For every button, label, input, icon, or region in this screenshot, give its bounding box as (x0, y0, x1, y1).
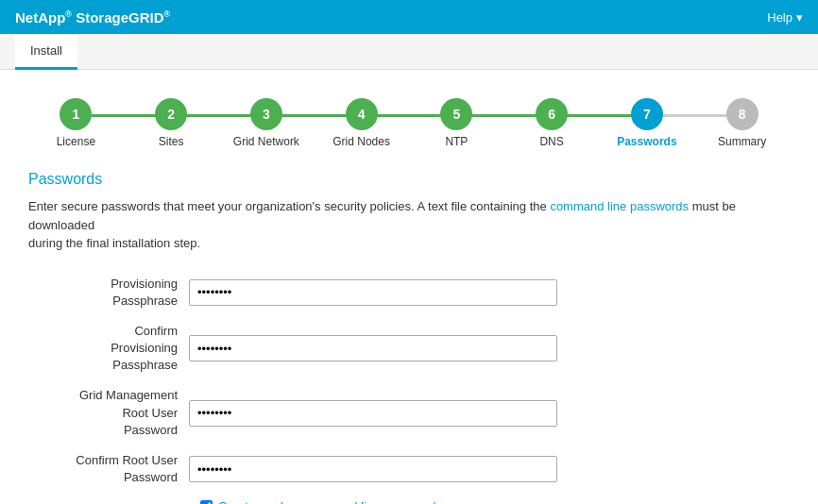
input-provisioning-passphrase[interactable] (189, 279, 557, 306)
wizard-step-6[interactable]: 6DNS (504, 98, 600, 148)
page-description: Enter secure passwords that meet your or… (28, 197, 790, 253)
random-passwords-checkbox[interactable] (200, 500, 213, 504)
field-grid-management-root-password (189, 400, 557, 427)
step-circle-7: 7 (631, 98, 663, 130)
description-text-1: Enter secure passwords that meet your or… (28, 199, 550, 213)
field-confirm-provisioning-passphrase (189, 335, 557, 361)
field-confirm-root-user-password (189, 456, 557, 482)
step-circle-3: 3 (250, 98, 282, 130)
wizard-step-2[interactable]: 2Sites (124, 98, 219, 148)
help-label: Help (767, 10, 792, 25)
label-confirm-root-user-password: Confirm Root UserPassword (28, 452, 189, 486)
random-passwords-label: Create random command line passwords. (218, 499, 446, 504)
label-provisioning-passphrase: ProvisioningPassphrase (28, 276, 189, 310)
description-text-3: during the final installation step. (28, 236, 200, 250)
step-label-4: Grid Nodes (332, 135, 390, 148)
app-header: NetApp® StorageGRID® Help ▾ (0, 0, 818, 34)
form-row-confirm-root-user-password: Confirm Root UserPassword (28, 452, 790, 486)
step-label-2: Sites (159, 135, 184, 148)
input-confirm-provisioning-passphrase[interactable] (189, 335, 557, 361)
wizard-step-7[interactable]: 7Passwords (600, 98, 695, 148)
step-circle-2: 2 (155, 98, 187, 130)
random-passwords-row: Create random command line passwords. (200, 499, 790, 504)
app-title: NetApp® StorageGRID® (15, 9, 170, 25)
step-circle-5: 5 (440, 98, 472, 130)
main-content: 1License2Sites3Grid Network4Grid Nodes5N… (0, 70, 818, 504)
tab-bar: Install (0, 34, 818, 70)
label-grid-management-root-password: Grid ManagementRoot UserPassword (28, 387, 189, 439)
form-row-grid-management-root-password: Grid ManagementRoot UserPassword (28, 387, 790, 439)
step-circle-6: 6 (536, 98, 568, 130)
help-button[interactable]: Help ▾ (767, 10, 803, 25)
form-row-confirm-provisioning-passphrase: ConfirmProvisioningPassphrase (28, 323, 790, 375)
step-label-8: Summary (718, 135, 766, 148)
section-title: Passwords (28, 171, 790, 188)
field-provisioning-passphrase (189, 279, 557, 306)
step-label-3: Grid Network (233, 135, 299, 148)
wizard-step-8[interactable]: 8Summary (694, 98, 790, 148)
wizard-steps: 1License2Sites3Grid Network4Grid Nodes5N… (28, 98, 790, 148)
step-circle-4: 4 (346, 98, 378, 130)
step-circle-8: 8 (726, 98, 758, 130)
label-confirm-provisioning-passphrase: ConfirmProvisioningPassphrase (28, 323, 189, 375)
wizard-step-3[interactable]: 3Grid Network (219, 98, 315, 148)
tab-install[interactable]: Install (15, 34, 77, 70)
command-line-passwords-link[interactable]: command line passwords (550, 199, 689, 213)
step-label-1: License (57, 135, 95, 148)
step-label-7: Passwords (617, 135, 676, 148)
wizard-step-4[interactable]: 4Grid Nodes (314, 98, 409, 148)
wizard-step-1[interactable]: 1License (28, 98, 124, 148)
input-confirm-root-user-password[interactable] (189, 456, 557, 482)
wizard-step-5[interactable]: 5NTP (409, 98, 504, 148)
form-row-provisioning-passphrase: ProvisioningPassphrase (28, 276, 790, 310)
step-circle-1: 1 (60, 98, 92, 130)
password-form: ProvisioningPassphraseConfirmProvisionin… (28, 276, 790, 487)
random-passwords-link[interactable]: Create random command line passwords. (218, 499, 446, 504)
help-chevron-icon: ▾ (796, 10, 803, 25)
step-label-5: NTP (445, 135, 468, 148)
input-grid-management-root-password[interactable] (189, 400, 557, 427)
step-label-6: DNS (539, 135, 563, 148)
